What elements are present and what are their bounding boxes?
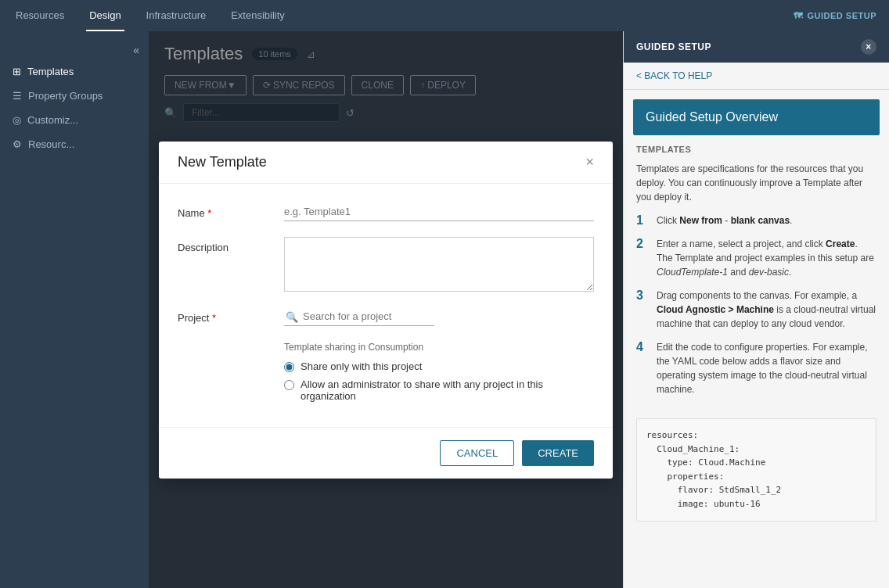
guided-step-3: 3 Drag components to the canvas. For exa… [636, 289, 876, 331]
sidebar-item-templates[interactable]: ⊞ Templates [0, 59, 149, 84]
project-search-input[interactable] [284, 307, 434, 326]
map-icon: 🗺 [794, 11, 803, 20]
create-button[interactable]: CREATE [522, 440, 594, 466]
property-groups-icon: ☰ [13, 90, 22, 102]
step-3-text: Drag components to the canvas. For examp… [657, 289, 876, 331]
share-project-label: Share only with this project [301, 360, 422, 372]
customize-icon: ◎ [13, 114, 21, 126]
guided-section: TEMPLATES Templates are specifications f… [624, 145, 889, 418]
sidebar-item-property-groups[interactable]: ☰ Property Groups [0, 84, 149, 108]
modal-footer: CANCEL CREATE [159, 427, 613, 479]
guided-intro-text: Templates are specifications for the res… [636, 162, 876, 204]
modal-title: New Template [178, 154, 267, 170]
guided-panel: GUIDED SETUP × < BACK TO HELP Guided Set… [623, 31, 889, 588]
nav-infrastructure[interactable]: Infrastructure [143, 0, 210, 31]
step-3-num: 3 [636, 289, 649, 331]
main-area: « ⊞ Templates ☰ Property Groups ◎ Custom… [0, 31, 889, 588]
step-4-text: Edit the code to configure properties. F… [657, 340, 876, 396]
description-label: Description [178, 237, 272, 253]
share-admin-label: Allow an administrator to share with any… [301, 378, 594, 402]
description-field-row: Description [178, 237, 594, 292]
code-block: resources: Cloud_Machine_1: type: Cloud.… [636, 418, 876, 522]
guided-panel-header: GUIDED SETUP × [624, 31, 889, 63]
nav-design[interactable]: Design [86, 0, 124, 31]
guided-step-4: 4 Edit the code to configure properties.… [636, 340, 876, 396]
resources-icon: ⚙ [13, 138, 22, 150]
guided-section-title: TEMPLATES [636, 145, 876, 154]
code-content: resources: Cloud_Machine_1: type: Cloud.… [646, 428, 866, 511]
guided-overview-title: Guided Setup Overview [633, 99, 880, 135]
sidebar: « ⊞ Templates ☰ Property Groups ◎ Custom… [0, 31, 149, 588]
guided-step-2: 2 Enter a name, select a project, and cl… [636, 237, 876, 279]
modal-header: New Template × [159, 142, 613, 184]
description-input[interactable] [284, 237, 594, 292]
name-field-row: Name * [178, 203, 594, 221]
sidebar-collapse-button[interactable]: « [0, 41, 149, 59]
share-admin-option: Allow an administrator to share with any… [284, 378, 594, 402]
templates-icon: ⊞ [13, 66, 21, 77]
new-template-modal: New Template × Name * Description [159, 142, 613, 479]
sidebar-item-customize[interactable]: ◎ Customiz... [0, 108, 149, 132]
project-field-row: Project * 🔍 [178, 307, 594, 326]
guided-setup-button[interactable]: 🗺 GUIDED SETUP [794, 11, 876, 20]
project-label: Project * [178, 307, 272, 324]
project-required: * [212, 312, 216, 324]
main-content: Templates 10 items ⊿ NEW FROM▼ ⟳ SYNC RE… [149, 31, 623, 588]
step-2-text: Enter a name, select a project, and clic… [657, 237, 876, 279]
guided-panel-close-button[interactable]: × [861, 39, 876, 55]
project-search-wrapper: 🔍 [284, 307, 594, 326]
step-1-num: 1 [636, 213, 649, 228]
back-to-help-button[interactable]: < BACK TO HELP [624, 63, 889, 90]
step-2-num: 2 [636, 237, 649, 279]
guided-step-1: 1 Click New from - blank canvas. [636, 213, 876, 228]
nav-resources[interactable]: Resources [13, 0, 67, 31]
share-admin-radio[interactable] [284, 380, 294, 390]
name-input[interactable] [284, 203, 594, 221]
step-4-num: 4 [636, 340, 649, 396]
top-nav: Resources Design Infrastructure Extensib… [0, 0, 889, 31]
modal-overlay: New Template × Name * Description [149, 31, 623, 588]
step-1-text: Click New from - blank canvas. [657, 213, 792, 228]
guided-setup-label: GUIDED SETUP [807, 11, 876, 20]
cancel-button[interactable]: CANCEL [440, 440, 514, 466]
share-project-radio[interactable] [284, 362, 294, 372]
sharing-label: Template sharing in Consumption [284, 342, 594, 353]
sharing-section: Template sharing in Consumption Share on… [178, 342, 594, 402]
modal-close-button[interactable]: × [585, 154, 594, 170]
name-required: * [207, 207, 211, 219]
share-project-option: Share only with this project [284, 360, 594, 372]
name-label: Name * [178, 203, 272, 219]
nav-extensibility[interactable]: Extensibility [228, 0, 288, 31]
guided-panel-title: GUIDED SETUP [636, 41, 711, 52]
sidebar-item-resources[interactable]: ⚙ Resourc... [0, 132, 149, 156]
modal-body: Name * Description Project [159, 184, 613, 427]
